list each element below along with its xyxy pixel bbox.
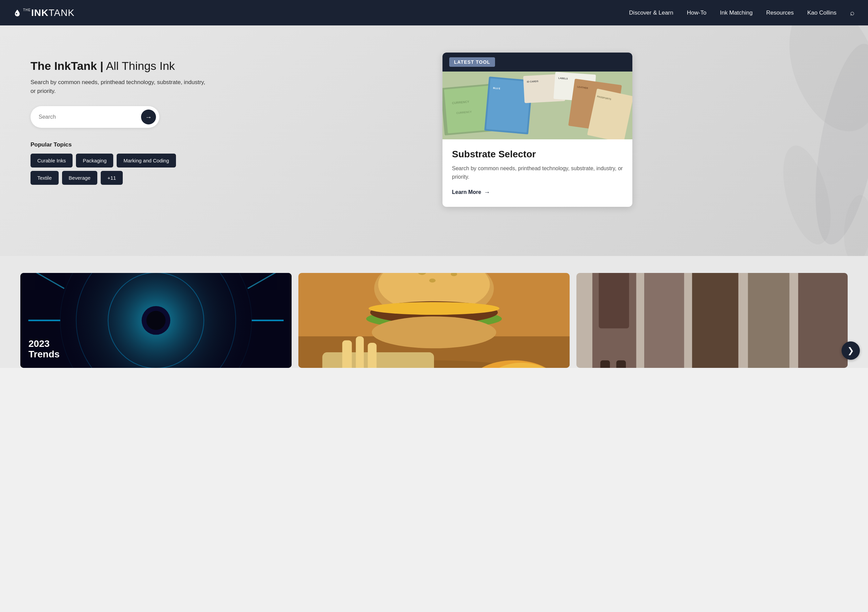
tool-card-title: Substrate Selector — [452, 149, 623, 160]
svg-rect-55 — [342, 341, 352, 368]
svg-point-37 — [146, 311, 166, 330]
popular-topics-label: Popular Topics — [31, 141, 207, 148]
tool-card-body: Substrate Selector Search by common need… — [442, 139, 632, 207]
svg-rect-65 — [644, 273, 684, 368]
learn-more-arrow-icon: → — [484, 189, 490, 196]
svg-point-0 — [16, 13, 17, 14]
fashion-visual — [577, 273, 848, 368]
logo-drop-icon — [14, 9, 21, 17]
nav-how-to[interactable]: How-To — [687, 9, 707, 16]
popular-topics: Popular Topics Curable Inks Packaging Ma… — [31, 141, 207, 185]
svg-rect-69 — [748, 273, 789, 368]
navbar: THE INKTANK Discover & Learn How-To Ink … — [0, 0, 868, 25]
learn-more-link[interactable]: Learn More → — [452, 189, 490, 196]
hero-title: The InkTank | All Things Ink — [31, 59, 207, 73]
tool-card-header: LATEST TOOL — [442, 53, 632, 71]
nav-resources[interactable]: Resources — [766, 9, 794, 16]
fireworks-bg: 2023 Trends — [20, 273, 291, 368]
learn-more-label: Learn More — [452, 189, 481, 195]
bottom-section: 2023 Trends — [0, 256, 868, 368]
topic-more[interactable]: +11 — [101, 171, 123, 185]
logo-the-text: THE — [23, 8, 31, 12]
substrate-image: CURRENCY BLU E ID CARDS LABELS LEATHER — [442, 71, 632, 139]
svg-rect-67 — [692, 273, 738, 368]
ink-splash-decoration — [739, 25, 868, 256]
svg-rect-64 — [599, 273, 629, 328]
trends-text: 2023 Trends — [28, 339, 60, 360]
svg-point-49 — [429, 278, 436, 282]
svg-rect-57 — [368, 343, 377, 368]
latest-tool-badge: LATEST TOOL — [449, 57, 495, 67]
logo-inktank-text: INKTANK — [31, 8, 74, 18]
nav-links: Discover & Learn How-To Ink Matching Res… — [629, 8, 854, 17]
topic-beverage[interactable]: Beverage — [62, 171, 97, 185]
bottom-card-fashion[interactable] — [577, 273, 848, 368]
fireworks-visual — [20, 273, 291, 368]
search-button[interactable]: → — [141, 110, 156, 124]
nav-discover-learn[interactable]: Discover & Learn — [629, 9, 673, 16]
svg-rect-74 — [617, 360, 626, 368]
hero-section: The InkTank | All Things Ink Search by c… — [0, 25, 868, 256]
hero-subtitle: Search by common needs, printhead techno… — [31, 78, 207, 95]
logo[interactable]: THE INKTANK — [14, 8, 74, 18]
svg-rect-56 — [356, 336, 364, 368]
topic-textile[interactable]: Textile — [31, 171, 59, 185]
bottom-card-trends[interactable]: 2023 Trends — [20, 273, 291, 368]
search-input[interactable] — [39, 114, 141, 120]
topic-marking-coding[interactable]: Marking and Coding — [117, 153, 176, 167]
tool-card-description: Search by common needs, printhead techno… — [452, 164, 623, 181]
bottom-card-burger[interactable] — [298, 273, 570, 368]
hero-left-panel: The InkTank | All Things Ink Search by c… — [31, 53, 207, 185]
topics-grid: Curable Inks Packaging Marking and Codin… — [31, 153, 207, 185]
search-icon[interactable]: ⌕ — [850, 8, 854, 17]
tool-card: LATEST TOOL CURRENCY BLU E ID — [442, 53, 632, 207]
svg-point-53 — [372, 316, 496, 348]
search-bar: → — [31, 106, 160, 128]
burger-visual — [298, 273, 570, 368]
svg-rect-54 — [322, 352, 434, 368]
topic-packaging[interactable]: Packaging — [76, 153, 113, 167]
svg-rect-73 — [600, 360, 610, 368]
svg-point-52 — [369, 302, 499, 315]
topic-curable-inks[interactable]: Curable Inks — [31, 153, 73, 167]
nav-ink-matching[interactable]: Ink Matching — [720, 9, 752, 16]
svg-rect-71 — [798, 273, 848, 368]
tool-card-image: CURRENCY BLU E ID CARDS LABELS LEATHER — [442, 71, 632, 139]
nav-kao-collins[interactable]: Kao Collins — [807, 9, 837, 16]
carousel-next-button[interactable]: ❯ — [842, 341, 860, 360]
